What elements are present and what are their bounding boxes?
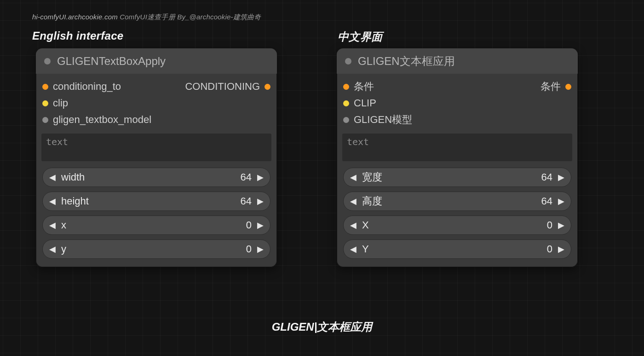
node-title-bar[interactable]: GLIGENTextBoxApply (36, 48, 277, 74)
input-label: conditioning_to (53, 81, 121, 93)
decrement-icon[interactable]: ◀ (49, 173, 56, 181)
text-input[interactable]: text (41, 134, 271, 161)
attribution-site: hi-comfyUI.archcookie.com (32, 13, 118, 21)
attribution-text: hi-comfyUI.archcookie.com ComfyUI速查手册 By… (32, 13, 261, 22)
input-conditioning-to[interactable]: conditioning_to (42, 81, 121, 93)
widget-label: x (61, 219, 66, 231)
widget-value: 64 (241, 171, 252, 183)
node-title-text: GLIGENTextBoxApply (57, 55, 166, 68)
increment-icon[interactable]: ▶ (257, 245, 264, 253)
collapse-icon[interactable] (44, 58, 51, 64)
increment-icon[interactable]: ▶ (257, 173, 264, 181)
input-gligen-model[interactable]: GLIGEN模型 (343, 113, 412, 127)
widget-x[interactable]: ◀ X 0 ▶ (343, 216, 571, 235)
socket-icon[interactable] (343, 100, 349, 106)
widget-label: X (362, 219, 369, 231)
increment-icon[interactable]: ▶ (257, 197, 264, 205)
widget-value: 0 (246, 219, 252, 231)
footer-caption: GLIGEN|文本框应用 (0, 320, 644, 334)
io-area: conditioning_to CONDITIONING clip gligen… (36, 74, 277, 131)
decrement-icon[interactable]: ◀ (49, 197, 56, 205)
widget-height[interactable]: ◀ 高度 64 ▶ (343, 192, 571, 211)
collapse-icon[interactable] (345, 58, 351, 64)
widget-y[interactable]: ◀ Y 0 ▶ (343, 239, 571, 259)
widget-width[interactable]: ◀ 宽度 64 ▶ (343, 168, 571, 187)
increment-icon[interactable]: ▶ (558, 173, 564, 181)
input-label: GLIGEN模型 (354, 113, 412, 127)
widget-height[interactable]: ◀ height 64 ▶ (42, 192, 270, 211)
input-label: gligen_textbox_model (53, 114, 151, 126)
node-title-bar[interactable]: GLIGEN文本框应用 (337, 48, 578, 74)
socket-icon[interactable] (42, 100, 48, 106)
input-label: clip (53, 97, 68, 109)
socket-icon[interactable] (343, 84, 349, 90)
io-area: 条件 条件 CLIP GLIGEN模型 (337, 74, 578, 131)
node-gligen-textbox-apply-zh[interactable]: GLIGEN文本框应用 条件 条件 CLIP GLIGEN模型 (337, 48, 578, 267)
widget-label: 高度 (362, 194, 382, 208)
input-label: 条件 (354, 80, 374, 93)
decrement-icon[interactable]: ◀ (350, 197, 356, 205)
socket-icon[interactable] (565, 84, 571, 90)
input-label: CLIP (354, 97, 376, 109)
input-clip[interactable]: clip (42, 97, 68, 109)
input-clip[interactable]: CLIP (343, 97, 376, 109)
widget-list: ◀ 宽度 64 ▶ ◀ 高度 64 ▶ ◀ X 0 ▶ ◀ Y 0 ▶ (337, 162, 578, 267)
text-input[interactable]: text (342, 134, 572, 161)
widget-width[interactable]: ◀ width 64 ▶ (42, 168, 270, 187)
widget-label: height (61, 195, 89, 207)
node-title-text: GLIGEN文本框应用 (358, 54, 455, 69)
widget-x[interactable]: ◀ x 0 ▶ (42, 216, 270, 235)
widget-value: 64 (541, 171, 552, 183)
decrement-icon[interactable]: ◀ (350, 245, 356, 253)
widget-label: 宽度 (362, 170, 382, 184)
increment-icon[interactable]: ▶ (558, 245, 564, 253)
increment-icon[interactable]: ▶ (257, 221, 264, 229)
input-gligen-textbox-model[interactable]: gligen_textbox_model (42, 114, 151, 126)
output-conditioning[interactable]: CONDITIONING (185, 81, 270, 93)
decrement-icon[interactable]: ◀ (49, 245, 56, 253)
decrement-icon[interactable]: ◀ (350, 173, 356, 181)
widget-label: y (61, 243, 66, 255)
text-placeholder: text (347, 136, 369, 147)
widget-value: 0 (547, 243, 552, 255)
widget-label: width (61, 171, 85, 183)
text-placeholder: text (46, 136, 68, 147)
widget-y[interactable]: ◀ y 0 ▶ (42, 239, 270, 259)
widget-value: 64 (241, 195, 252, 207)
widget-list: ◀ width 64 ▶ ◀ height 64 ▶ ◀ x 0 ▶ ◀ y 0… (36, 162, 277, 267)
input-conditioning[interactable]: 条件 (343, 80, 374, 93)
socket-icon[interactable] (264, 84, 270, 90)
increment-icon[interactable]: ▶ (558, 221, 564, 229)
output-label: CONDITIONING (185, 81, 260, 93)
increment-icon[interactable]: ▶ (558, 197, 564, 205)
widget-label: Y (362, 243, 369, 255)
widget-value: 0 (547, 219, 552, 231)
socket-icon[interactable] (42, 117, 48, 123)
attribution-desc: ComfyUI速查手册 By_@archcookie-建筑曲奇 (120, 13, 261, 21)
decrement-icon[interactable]: ◀ (350, 221, 356, 229)
widget-value: 64 (541, 195, 552, 207)
widget-value: 0 (246, 243, 252, 255)
socket-icon[interactable] (42, 84, 48, 90)
output-conditioning[interactable]: 条件 (540, 80, 571, 93)
socket-icon[interactable] (343, 117, 349, 123)
chinese-interface-label: 中文界面 (338, 29, 382, 44)
output-label: 条件 (540, 80, 561, 93)
decrement-icon[interactable]: ◀ (49, 221, 56, 229)
english-interface-label: English interface (32, 29, 123, 42)
node-gligen-textbox-apply-en[interactable]: GLIGENTextBoxApply conditioning_to CONDI… (36, 48, 277, 267)
